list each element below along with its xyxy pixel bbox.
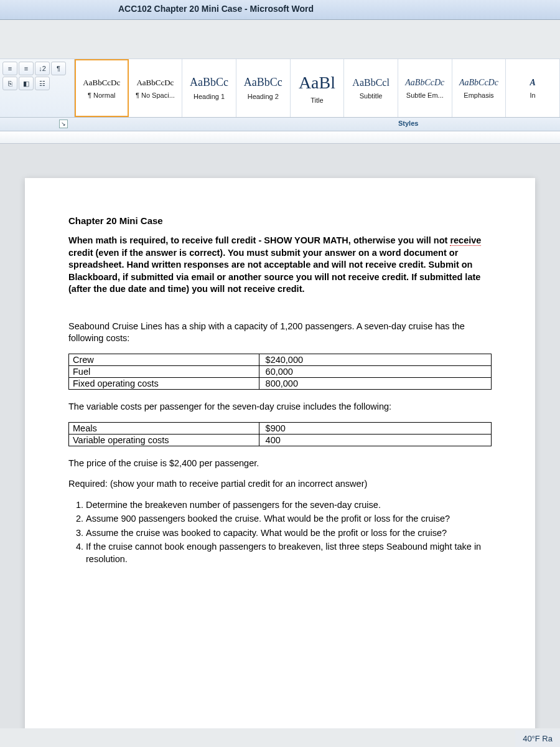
- intro-text-1: When math is required, to receive full c…: [68, 235, 450, 245]
- style-sample: A: [530, 78, 535, 88]
- style-box-heading-1[interactable]: AaBbCcHeading 1: [182, 59, 236, 117]
- style-box--normal[interactable]: AaBbCcDc¶ Normal: [75, 59, 129, 117]
- window-title: ACC102 Chapter 20 Mini Case - Microsoft …: [118, 4, 314, 14]
- style-box-heading-2[interactable]: AaBbCcHeading 2: [236, 59, 291, 117]
- style-label: ¶ No Spaci...: [136, 92, 175, 99]
- doc-heading[interactable]: Chapter 20 Mini Case: [68, 215, 492, 226]
- paragraph-dialog-launch-icon[interactable]: ↘: [59, 120, 68, 128]
- style-sample: AaBbCc: [190, 76, 228, 89]
- style-sample: AaBbCcDc: [405, 78, 444, 88]
- costs-table-1[interactable]: Crew$240,000Fuel60,000Fixed operating co…: [68, 354, 492, 390]
- document-viewport[interactable]: Chapter 20 Mini Case When math is requir…: [0, 144, 560, 728]
- list-item[interactable]: Assume 900 passengers booked the cruise.…: [86, 513, 492, 525]
- table-row[interactable]: Fuel60,000: [69, 365, 492, 377]
- costs-table-2[interactable]: Meals$900Variable operating costs400: [68, 422, 492, 446]
- ribbon-group-label-row: ↘ Styles: [0, 118, 560, 131]
- ribbon-paragraph-group: ≡ ≡ ↓2 ¶ ⎘ ◧ ☷: [0, 59, 75, 117]
- style-box-title[interactable]: AaBlTitle: [291, 59, 345, 117]
- ribbon-upper-gap: [0, 20, 560, 59]
- style-box-subtitle[interactable]: AaBbCclSubtitle: [344, 59, 398, 117]
- shading-icon[interactable]: ◧: [19, 77, 34, 90]
- style-sample: AaBbCcDc: [83, 78, 120, 88]
- cost-label: Fuel: [69, 365, 259, 377]
- style-box--no-spaci-[interactable]: AaBbCcDc¶ No Spaci...: [129, 59, 183, 117]
- cost-value: 60,000: [259, 365, 491, 377]
- list-outdent-icon[interactable]: ≡: [19, 62, 34, 75]
- paste-split-icon[interactable]: ⎘: [2, 77, 17, 90]
- taskbar-weather[interactable]: 40°F Ra: [515, 730, 560, 747]
- style-box-subtle-em-[interactable]: AaBbCcDcSubtle Em...: [398, 59, 452, 117]
- cost-value: $900: [259, 422, 491, 434]
- document-page[interactable]: Chapter 20 Mini Case When math is requir…: [25, 178, 535, 728]
- doc-intro[interactable]: When math is required, to receive full c…: [68, 235, 492, 296]
- required-intro[interactable]: Required: (show your math to receive par…: [68, 478, 492, 491]
- paragraph-1[interactable]: Seabound Cruise Lines has a ship with a …: [68, 321, 492, 345]
- window-titlebar: ACC102 Chapter 20 Mini Case - Microsoft …: [0, 0, 560, 20]
- weather-text: 40°F Ra: [523, 734, 553, 743]
- sort-icon[interactable]: ↓2: [35, 62, 50, 75]
- paragraph-3[interactable]: The price of the cruise is $2,400 per pa…: [68, 458, 492, 470]
- paragraph-2[interactable]: The variable costs per passenger for the…: [68, 401, 492, 413]
- cost-label: Variable operating costs: [69, 434, 259, 446]
- style-sample: AaBbCcDc: [459, 78, 498, 88]
- style-label: Title: [310, 96, 323, 104]
- list-item[interactable]: Assume the cruise was booked to capacity…: [86, 527, 492, 540]
- cost-label: Crew: [69, 354, 259, 365]
- styles-gallery[interactable]: AaBbCcDc¶ NormalAaBbCcDc¶ No Spaci...AaB…: [75, 59, 560, 117]
- style-label: Heading 2: [248, 93, 279, 100]
- intro-text-2: credit (even if the answer is correct). …: [68, 248, 480, 294]
- style-sample: AaBbCcl: [352, 77, 390, 88]
- style-sample: AaBbCc: [244, 76, 282, 89]
- pilcrow-icon[interactable]: ¶: [51, 62, 66, 75]
- style-sample: AaBbCcDc: [136, 78, 174, 88]
- intro-spellflag[interactable]: receive: [450, 235, 481, 246]
- list-item[interactable]: Determine the breakeven number of passen…: [86, 499, 492, 512]
- style-label: Emphasis: [464, 92, 493, 99]
- style-sample: AaBl: [299, 73, 335, 93]
- table-row[interactable]: Crew$240,000: [69, 354, 492, 365]
- style-box-in[interactable]: AIn: [506, 59, 560, 117]
- list-item[interactable]: If the cruise cannot book enough passeng…: [86, 541, 492, 565]
- ribbon: ≡ ≡ ↓2 ¶ ⎘ ◧ ☷ AaBbCcDc¶ NormalAaBbCcDc¶…: [0, 59, 560, 118]
- horizontal-ruler[interactable]: [0, 131, 560, 144]
- list-indent-icon[interactable]: ≡: [2, 62, 17, 75]
- required-list[interactable]: Determine the breakeven number of passen…: [68, 499, 492, 566]
- style-label: Subtle Em...: [406, 92, 444, 99]
- cost-value: 400: [259, 434, 491, 446]
- style-label: In: [530, 92, 536, 99]
- table-row[interactable]: Variable operating costs400: [69, 434, 492, 446]
- cost-value: 800,000: [259, 377, 491, 389]
- cost-value: $240,000: [259, 354, 491, 365]
- cost-label: Fixed operating costs: [69, 377, 259, 389]
- table-row[interactable]: Fixed operating costs800,000: [69, 377, 492, 389]
- style-label: ¶ Normal: [88, 92, 115, 99]
- cost-label: Meals: [69, 422, 259, 434]
- borders-icon[interactable]: ☷: [35, 77, 50, 90]
- table-row[interactable]: Meals$900: [69, 422, 492, 434]
- style-label: Subtitle: [360, 92, 383, 100]
- style-label: Heading 1: [194, 93, 225, 100]
- styles-group-label: Styles: [398, 120, 418, 127]
- style-box-emphasis[interactable]: AaBbCcDcEmphasis: [452, 59, 506, 117]
